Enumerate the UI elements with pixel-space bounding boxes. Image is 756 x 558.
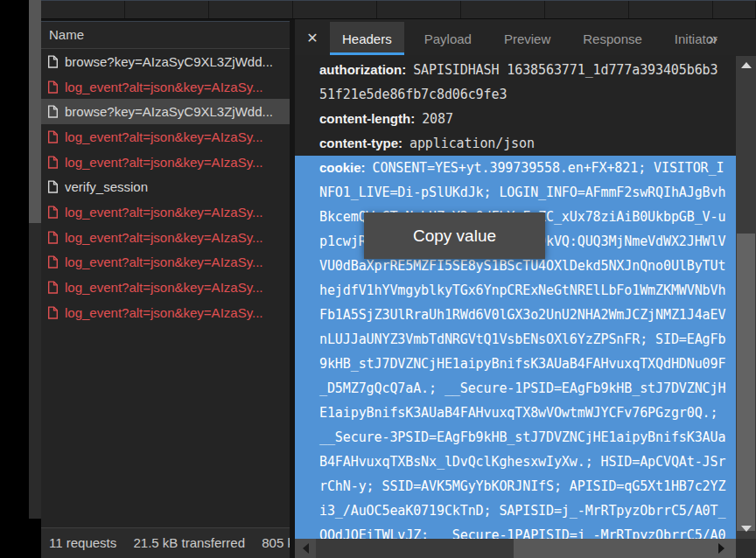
file-icon [47,180,59,193]
file-icon [47,281,59,294]
overview-cell [209,1,293,18]
request-name: log_event?alt=json&key=AIzaSy... [65,255,263,269]
request-row[interactable]: log_event?alt=json&key=AIzaSy... [41,225,290,250]
detail-tab-bar: ✕ Headers Payload Preview Response Initi… [295,19,756,55]
overview-cell [461,1,545,18]
close-icon[interactable]: ✕ [300,25,325,50]
scrollbar-corner [736,539,756,558]
header-line: content-length:2087 [295,107,736,131]
request-row[interactable]: log_event?alt=json&key=AIzaSy... [41,250,290,276]
scroll-right-icon[interactable] [711,539,731,558]
file-icon [47,156,59,169]
cookie-line: QOdJQEiTWLvJZ; __Secure-1PAPISID=j_-MrRT… [295,523,736,539]
file-icon [47,255,59,269]
file-icon [47,80,59,94]
requests-panel: Name browse?key=AIzaSyC9XL3ZjWdd... log_… [41,21,290,558]
request-row[interactable]: browse?key=AIzaSyC9XL3ZjWdd... [41,49,290,74]
scroll-down-icon[interactable] [736,520,756,537]
request-row[interactable]: log_event?alt=json&key=AIzaSy... [41,199,290,225]
header-key: authorization: [319,62,406,77]
page-scrollbar-thumb[interactable] [29,0,41,223]
scroll-up-icon[interactable] [736,56,756,73]
tab-payload[interactable]: Payload [412,22,484,55]
devtools-network-panel: Name browse?key=AIzaSyC9XL3ZjWdd... log_… [41,0,756,558]
scroll-left-icon[interactable] [295,539,316,558]
vertical-scrollbar-thumb[interactable] [737,234,755,531]
name-column-header[interactable]: Name [41,22,290,49]
header-line: content-type:application/json [295,131,736,156]
request-row[interactable]: log_event?alt=json&key=AIzaSy... [41,150,290,175]
cookie-line: hejdfV1hYVmgyblkyTGx6YnpCRExNeGtNRElLbFo… [295,278,736,303]
page-scrollbar[interactable] [29,0,41,519]
request-name: log_event?alt=json&key=AIzaSy... [65,129,263,144]
detail-vertical-scrollbar[interactable] [736,56,756,539]
detail-horizontal-scrollbar[interactable] [295,539,736,558]
network-status-bar: 11 requests 21.5 kB transferred 805 kB [41,527,290,558]
request-name: log_event?alt=json&key=AIzaSy... [65,205,263,220]
header-value: application/json [410,136,535,151]
transferred-size: 21.5 kB transferred [133,535,245,550]
header-line: 51f21e5de86fb7c8d06c9fe3 [295,82,736,107]
horizontal-scrollbar-thumb[interactable] [514,539,736,558]
request-name: log_event?alt=json&key=AIzaSy... [65,80,263,94]
more-tabs-icon[interactable]: » [708,29,718,48]
file-icon [47,105,59,118]
cookie-line: rChN-y; SSID=AVK5MGyYbKORJNIfS; APISID=q… [295,474,736,499]
header-key: content-length: [319,111,415,126]
overview-cell [713,1,756,18]
overview-cell [629,1,713,18]
header-key: content-type: [319,136,402,150]
overview-cell [293,1,377,18]
file-icon [47,306,59,319]
header-value: CONSENT=YES+yt.399739558.en+FX+821; VISI… [373,160,724,176]
cookie-line: E1aipyBnifsK3AUaB4FAHvuxqTX8wVOwtmWJYCFv… [295,401,736,425]
request-name: browse?key=AIzaSyC9XL3ZjWdd... [65,54,273,69]
header-value: SAPISIDHASH 1638563771_1d777a393405b6b3 [413,62,718,78]
request-row[interactable]: log_event?alt=json&key=AIzaSy... [41,74,290,100]
headers-content: authorization:SAPISIDHASH 1638563771_1d7… [295,56,736,539]
cookie-line: i3_/AuOC5eaK0719CkTnD; SAPISID=j_-MrRTpy… [295,499,736,523]
request-detail-panel: ✕ Headers Payload Preview Response Initi… [295,19,756,558]
tab-preview[interactable]: Preview [492,22,563,55]
overview-cell [41,1,125,18]
resources-size: 805 kB [262,535,290,550]
request-name: browse?key=AIzaSyC9XL3ZjWdd... [65,104,273,119]
tab-headers[interactable]: Headers [330,22,404,55]
header-key: cookie: [319,160,366,175]
file-icon [47,231,59,244]
request-name: verify_session [65,179,148,194]
request-row-selected[interactable]: browse?key=AIzaSyC9XL3ZjWdd... [41,99,290,124]
request-row[interactable]: log_event?alt=json&key=AIzaSy... [41,124,290,150]
tab-response[interactable]: Response [570,22,654,55]
cookie-line: nLUJJaUNYZ3VmbTdNRGVtQ1VsbENsOXl6YzZPSnF… [295,327,736,352]
cookie-line: _D5MZ7gQcQ7aA.; __Secure-1PSID=EAgFb9kHB… [295,376,736,401]
cookie-line: __Secure-3PSID=EAgFb9kHB_stJ7DVZNCjHE1ai… [295,425,736,450]
cookie-line: NFO1_LIVE=Di-pSlUKdJk; LOGIN_INFO=AFmmF2… [295,180,736,205]
file-icon [47,55,59,68]
request-row[interactable]: log_event?alt=json&key=AIzaSy... [41,275,290,300]
request-count: 11 requests [49,535,116,550]
request-row[interactable]: verify_session [41,174,290,199]
header-value: 2087 [422,111,453,127]
file-icon [47,130,59,143]
request-row[interactable]: log_event?alt=json&key=AIzaSy... [41,300,290,325]
cookie-line: Fb1A5SjZ3UlRraUh1RWd6V0lGX3o2UnU2NHA2WmJ… [295,303,736,327]
cookie-line: B4FAHvuxqTXBsNx_lDvQclKghesxwIyXw.; HSID… [295,450,736,474]
tab-initiator[interactable]: Initiator [662,22,730,55]
request-name: log_event?alt=json&key=AIzaSy... [65,280,263,295]
request-name: log_event?alt=json&key=AIzaSy... [65,305,263,320]
overview-cell [125,1,209,18]
cookie-line: 9kHB_stJ7DVZNCjHE1aipyBnifsK3AUaB4FAHvux… [295,352,736,376]
overview-cell [377,1,461,18]
network-overview-strip[interactable] [41,0,756,19]
overview-cell [545,1,629,18]
file-icon [47,206,59,219]
header-line: authorization:SAPISIDHASH 1638563771_1d7… [295,58,736,82]
copy-value-button[interactable]: Copy value [364,213,545,259]
request-name: log_event?alt=json&key=AIzaSy... [65,230,263,245]
request-name: log_event?alt=json&key=AIzaSy... [65,155,263,170]
cookie-line: cookie:CONSENT=YES+yt.399739558.en+FX+82… [295,156,736,180]
